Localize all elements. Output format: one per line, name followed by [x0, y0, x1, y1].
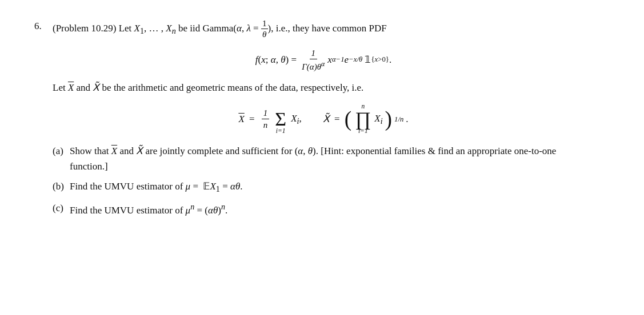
part-c: (c) Find the UMVU estimator of μn = (αθ)… [53, 200, 594, 218]
part-b-label: (b) [53, 179, 66, 194]
part-c-label: (c) [53, 200, 66, 216]
part-b-text: Find the UMVU estimator of μ = 𝔼X1 = αθ. [70, 179, 594, 196]
part-b: (b) Find the UMVU estimator of μ = 𝔼X1 =… [53, 179, 594, 196]
part-c-text: Find the UMVU estimator of μn = (αθ)n. [70, 200, 594, 218]
problem-intro: (Problem 10.29) Let X1, … , Xn be iid Ga… [53, 23, 387, 34]
part-a-label: (a) [53, 143, 66, 159]
problem-block: 6. (Problem 10.29) Let X1, … , Xn be iid… [34, 18, 594, 223]
let-sentence: Let X and X͂ be the arithmetic and geome… [53, 80, 594, 95]
problem-content: (Problem 10.29) Let X1, … , Xn be iid Ga… [53, 18, 594, 223]
part-a: (a) Show that X and X͂ are jointly compl… [53, 143, 594, 174]
problem-header: 6. (Problem 10.29) Let X1, … , Xn be iid… [34, 18, 594, 223]
problem-number: 6. [34, 18, 53, 34]
pdf-formula: f(x; α, θ) = 1 Γ(α)θα xα−1 e−x/θ 𝟙{x>0}. [53, 48, 594, 72]
means-formula: X = 1 n n Σ i=1 Xi, [53, 103, 594, 135]
part-a-text: Show that X and X͂ are jointly complete … [70, 143, 594, 174]
parts-list: (a) Show that X and X͂ are jointly compl… [53, 143, 594, 218]
